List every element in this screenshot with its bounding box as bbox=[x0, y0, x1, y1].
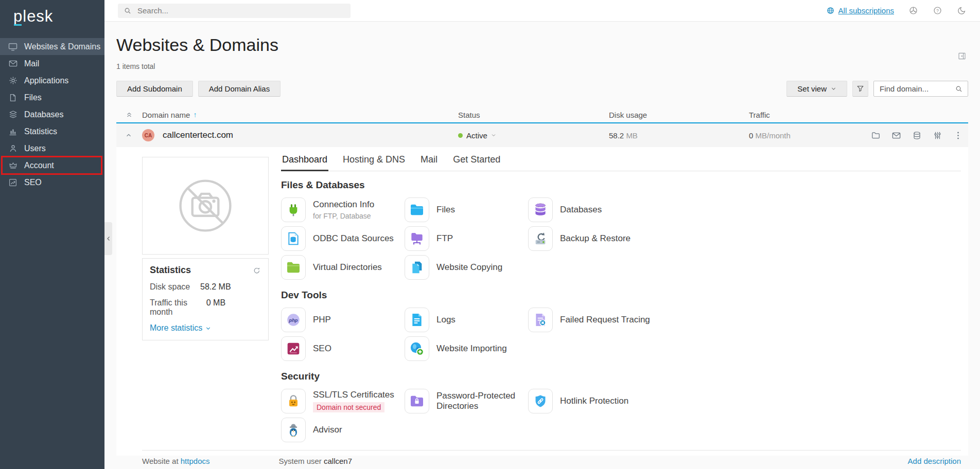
sidebar-item-account[interactable]: Account bbox=[0, 157, 104, 174]
domain-avatar: CA bbox=[142, 129, 154, 141]
plesk-logo[interactable]: plesk bbox=[0, 0, 104, 36]
add-domain-alias-label: Add Domain Alias bbox=[209, 84, 270, 93]
sidebar-item-label: Statistics bbox=[24, 127, 57, 136]
tile-advisor[interactable]: Advisor bbox=[281, 417, 405, 443]
all-subscriptions-link[interactable]: All subscriptions bbox=[826, 6, 894, 15]
tile-files[interactable]: Files bbox=[405, 197, 528, 223]
sliders-icon[interactable] bbox=[933, 131, 942, 140]
moon-icon[interactable] bbox=[957, 6, 967, 15]
tile-website-importing[interactable]: Website Importing bbox=[405, 336, 528, 362]
items-total: 1 items total bbox=[116, 62, 968, 70]
system-user-label: System user bbox=[278, 457, 321, 465]
website-at-label: Website at bbox=[142, 457, 179, 465]
sidebar-item-files[interactable]: Files bbox=[0, 89, 104, 106]
plesk-app: plesk Websites & Domains Mail Applicatio… bbox=[0, 0, 980, 469]
traffic-unit: MB/month bbox=[756, 131, 791, 140]
global-search-input[interactable] bbox=[136, 6, 345, 15]
panel-collapse-icon[interactable] bbox=[957, 51, 967, 61]
column-traffic[interactable]: Traffic bbox=[749, 111, 968, 119]
column-disk-usage[interactable]: Disk usage bbox=[609, 111, 749, 119]
section-title-files-databases: Files & Databases bbox=[281, 179, 961, 191]
sidebar-item-databases[interactable]: Databases bbox=[0, 106, 104, 123]
sidebar-item-label: Files bbox=[24, 93, 42, 102]
domain-name-link[interactable]: callcentertect.com bbox=[163, 130, 233, 140]
bar-chart-icon bbox=[8, 127, 18, 137]
add-description-link[interactable]: Add description bbox=[908, 457, 961, 465]
filter-button[interactable] bbox=[852, 81, 868, 97]
tile-hotlink-protection[interactable]: Hotlink Protection bbox=[528, 388, 961, 414]
tab-mail[interactable]: Mail bbox=[419, 153, 439, 171]
page-title: Websites & Domains bbox=[116, 35, 968, 55]
panel-footer: Website at httpdocs System user callcen7… bbox=[142, 450, 961, 469]
tile-php[interactable]: PHP bbox=[281, 307, 405, 333]
no-camera-icon bbox=[171, 172, 239, 240]
magnifier-icon bbox=[955, 85, 963, 93]
database-icon[interactable] bbox=[912, 131, 922, 140]
domain-disk-usage: 58.2 MB bbox=[609, 131, 749, 140]
sidebar-item-label: SEO bbox=[24, 178, 42, 187]
find-domain-input[interactable] bbox=[879, 84, 952, 94]
sidebar-item-label: Account bbox=[24, 161, 54, 170]
plesk-logo-text: plesk bbox=[13, 7, 53, 25]
sidebar-nav: Websites & Domains Mail Applications Fil… bbox=[0, 38, 104, 191]
add-subdomain-button[interactable]: Add Subdomain bbox=[116, 81, 193, 97]
globe-icon bbox=[826, 6, 835, 15]
stat-value: 58.2 MB bbox=[200, 282, 261, 292]
tile-odbc-data-sources[interactable]: ODBC Data Sources bbox=[281, 226, 405, 251]
tile-connection-info[interactable]: Connection Info for FTP, Database bbox=[281, 197, 405, 223]
sidebar-item-websites-domains[interactable]: Websites & Domains bbox=[0, 38, 104, 55]
tab-dashboard[interactable]: Dashboard bbox=[281, 153, 328, 171]
sidebar-item-statistics[interactable]: Statistics bbox=[0, 123, 104, 140]
tile-failed-request-tracing[interactable]: Failed Request Tracing bbox=[528, 307, 961, 333]
sidebar-item-applications[interactable]: Applications bbox=[0, 72, 104, 89]
shield-link-icon bbox=[528, 389, 553, 413]
chevron-left-icon bbox=[106, 236, 112, 242]
column-label: Traffic bbox=[749, 111, 770, 119]
help-icon[interactable] bbox=[933, 6, 942, 15]
column-domain-name[interactable]: Domain name ↑ bbox=[142, 111, 458, 119]
odbc-icon bbox=[281, 226, 306, 251]
add-domain-alias-button[interactable]: Add Domain Alias bbox=[198, 81, 281, 97]
sidebar-item-mail[interactable]: Mail bbox=[0, 55, 104, 72]
crown-icon bbox=[8, 160, 18, 171]
section-title-security: Security bbox=[281, 371, 961, 382]
tile-databases[interactable]: Databases bbox=[528, 197, 961, 223]
tile-seo[interactable]: SEO bbox=[281, 336, 405, 362]
folder-icon[interactable] bbox=[871, 131, 881, 140]
column-label: Disk usage bbox=[609, 111, 647, 119]
ball-icon[interactable] bbox=[908, 6, 918, 15]
find-domain-box[interactable] bbox=[873, 81, 968, 97]
global-search[interactable] bbox=[118, 4, 351, 18]
main-area: All subscriptions Websites & Domains 1 i… bbox=[104, 0, 980, 469]
sidebar-collapse-handle[interactable] bbox=[104, 222, 112, 255]
domain-status-dropdown[interactable]: Active bbox=[458, 131, 609, 140]
monitor-icon bbox=[8, 42, 18, 52]
domain-tabs: Dashboard Hosting & DNS Mail Get Started bbox=[281, 153, 961, 171]
tile-virtual-directories[interactable]: Virtual Directories bbox=[281, 255, 405, 280]
tile-password-protected-directories[interactable]: Password-Protected Directories bbox=[405, 388, 528, 414]
sidebar-item-users[interactable]: Users bbox=[0, 140, 104, 157]
tile-ftp[interactable]: FTP bbox=[405, 226, 528, 251]
tab-hosting-dns[interactable]: Hosting & DNS bbox=[342, 153, 406, 171]
envelope-icon[interactable] bbox=[891, 131, 901, 140]
sidebar-item-seo[interactable]: SEO bbox=[0, 174, 104, 191]
chevron-down-icon bbox=[205, 326, 211, 331]
kebab-menu-icon[interactable] bbox=[953, 131, 963, 140]
collapse-all-icon[interactable] bbox=[126, 111, 133, 118]
tab-get-started[interactable]: Get Started bbox=[452, 153, 501, 171]
refresh-icon[interactable] bbox=[253, 266, 261, 275]
tile-logs[interactable]: Logs bbox=[405, 307, 528, 333]
row-collapse-icon[interactable] bbox=[126, 132, 132, 138]
section-security: SSL/TLS Certificates Domain not secured … bbox=[281, 388, 961, 443]
column-status[interactable]: Status bbox=[458, 111, 609, 119]
stat-value: 0 MB bbox=[206, 298, 261, 317]
set-view-button[interactable]: Set view bbox=[786, 81, 847, 97]
domain-not-secured-badge: Domain not secured bbox=[313, 402, 384, 412]
tile-backup-restore[interactable]: Backup & Restore bbox=[528, 226, 961, 251]
more-statistics-link[interactable]: More statistics bbox=[150, 323, 261, 333]
failed-request-tracing-icon bbox=[528, 308, 553, 332]
webroot-link[interactable]: httpdocs bbox=[181, 457, 210, 465]
tile-ssl-tls-certificates[interactable]: SSL/TLS Certificates Domain not secured bbox=[281, 388, 405, 414]
trend-icon bbox=[8, 177, 18, 188]
tile-website-copying[interactable]: Website Copying bbox=[405, 255, 528, 280]
